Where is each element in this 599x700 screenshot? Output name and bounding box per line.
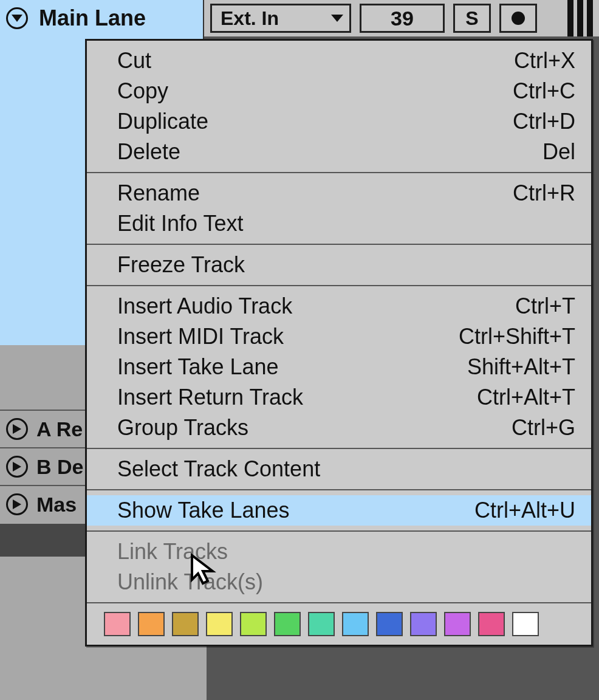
menu-item-cut[interactable]: CutCtrl+X <box>87 46 591 76</box>
menu-item-label: Edit Info Text <box>117 211 243 236</box>
menu-group: Show Take LanesCtrl+Alt+U <box>87 490 591 530</box>
menu-group: Select Track Content <box>87 449 591 489</box>
menu-item-edit-info-text[interactable]: Edit Info Text <box>87 208 591 239</box>
track-number-box[interactable]: 39 <box>360 4 445 33</box>
menu-item-insert-midi-track[interactable]: Insert MIDI TrackCtrl+Shift+T <box>87 321 591 352</box>
menu-item-select-track-content[interactable]: Select Track Content <box>87 454 591 484</box>
menu-item-freeze-track[interactable]: Freeze Track <box>87 250 591 280</box>
menu-item-label: Freeze Track <box>117 252 245 278</box>
menu-group: Freeze Track <box>87 245 591 285</box>
menu-item-shortcut: Ctrl+R <box>513 180 575 206</box>
menu-item-group-tracks[interactable]: Group TracksCtrl+G <box>87 413 591 443</box>
arm-record-button[interactable] <box>499 4 537 33</box>
menu-item-show-take-lanes[interactable]: Show Take LanesCtrl+Alt+U <box>87 495 591 526</box>
menu-item-shortcut: Ctrl+Alt+T <box>477 385 575 410</box>
menu-item-copy[interactable]: CopyCtrl+C <box>87 76 591 106</box>
input-source-value: Ext. In <box>221 7 279 30</box>
menu-item-shortcut: Ctrl+X <box>514 48 575 74</box>
color-swatch[interactable] <box>478 612 505 636</box>
color-swatch[interactable] <box>444 612 471 636</box>
track-number-value: 39 <box>391 7 414 30</box>
menu-item-insert-return-track[interactable]: Insert Return TrackCtrl+Alt+T <box>87 382 591 413</box>
master-track-label: Mas <box>36 493 77 516</box>
dropdown-triangle-icon <box>331 15 343 22</box>
color-swatch[interactable] <box>512 612 539 636</box>
input-source-dropdown[interactable]: Ext. In <box>210 4 351 33</box>
menu-item-rename[interactable]: RenameCtrl+R <box>87 178 591 208</box>
color-picker-row <box>87 603 591 645</box>
menu-item-label: Show Take Lanes <box>117 498 290 523</box>
menu-item-label: Copy <box>117 78 168 104</box>
menu-item-label: Rename <box>117 180 200 206</box>
record-icon <box>510 10 526 26</box>
color-swatch[interactable] <box>104 612 131 636</box>
track-io-controls: Ext. In 39 S <box>204 0 599 36</box>
menu-item-label: Unlink Track(s) <box>117 569 263 595</box>
svg-marker-0 <box>12 15 22 22</box>
menu-item-label: Insert Return Track <box>117 385 303 410</box>
menu-item-unlink-track-s-: Unlink Track(s) <box>87 567 591 597</box>
track-fold-button[interactable] <box>6 7 28 29</box>
play-circle-icon <box>6 456 28 478</box>
solo-button[interactable]: S <box>453 4 491 33</box>
menu-item-label: Link Tracks <box>117 539 228 564</box>
menu-item-shortcut: Shift+Alt+T <box>467 354 575 380</box>
menu-group: CutCtrl+XCopyCtrl+CDuplicateCtrl+DDelete… <box>87 41 591 172</box>
return-track-label: A Re <box>36 417 83 441</box>
play-circle-icon <box>6 418 28 440</box>
track-header-row: Main Lane Ext. In 39 S <box>0 0 599 36</box>
menu-item-label: Delete <box>117 139 180 165</box>
menu-group: RenameCtrl+REdit Info Text <box>87 173 591 244</box>
color-swatch[interactable] <box>172 612 199 636</box>
menu-item-shortcut: Del <box>543 139 575 165</box>
svg-point-2 <box>512 12 525 25</box>
solo-label: S <box>465 7 478 30</box>
menu-item-shortcut: Ctrl+Shift+T <box>459 324 575 349</box>
menu-item-label: Duplicate <box>117 109 208 134</box>
menu-group: Insert Audio TrackCtrl+TInsert MIDI Trac… <box>87 286 591 448</box>
color-swatch[interactable] <box>240 612 267 636</box>
play-circle-icon <box>6 493 28 515</box>
meter-bars <box>567 0 593 36</box>
menu-item-label: Insert MIDI Track <box>117 324 284 349</box>
color-swatch[interactable] <box>308 612 335 636</box>
color-swatch[interactable] <box>274 612 301 636</box>
menu-item-shortcut: Ctrl+D <box>513 109 575 134</box>
menu-item-label: Cut <box>117 48 151 74</box>
menu-item-shortcut: Ctrl+G <box>512 415 575 441</box>
menu-item-label: Insert Take Lane <box>117 354 279 380</box>
svg-marker-4 <box>13 462 21 472</box>
menu-item-shortcut: Ctrl+C <box>513 78 575 104</box>
menu-item-delete[interactable]: DeleteDel <box>87 137 591 167</box>
chevron-down-icon <box>12 15 22 22</box>
track-title-cell[interactable]: Main Lane <box>0 0 204 36</box>
svg-marker-3 <box>13 424 21 434</box>
track-context-menu: CutCtrl+XCopyCtrl+CDuplicateCtrl+DDelete… <box>85 39 593 647</box>
svg-marker-1 <box>331 15 343 22</box>
color-swatch[interactable] <box>342 612 369 636</box>
color-swatch[interactable] <box>138 612 165 636</box>
color-swatch[interactable] <box>410 612 437 636</box>
color-swatch[interactable] <box>206 612 233 636</box>
menu-item-link-tracks: Link Tracks <box>87 537 591 567</box>
menu-item-shortcut: Ctrl+Alt+U <box>474 498 575 523</box>
menu-item-insert-take-lane[interactable]: Insert Take LaneShift+Alt+T <box>87 352 591 382</box>
svg-marker-5 <box>13 499 21 509</box>
menu-item-shortcut: Ctrl+T <box>515 293 575 319</box>
menu-item-label: Group Tracks <box>117 415 248 441</box>
menu-item-label: Select Track Content <box>117 456 320 482</box>
menu-item-label: Insert Audio Track <box>117 293 292 319</box>
return-track-label: B De <box>36 455 83 479</box>
menu-item-insert-audio-track[interactable]: Insert Audio TrackCtrl+T <box>87 291 591 321</box>
menu-group: Link TracksUnlink Track(s) <box>87 532 591 602</box>
color-swatch[interactable] <box>376 612 403 636</box>
menu-item-duplicate[interactable]: DuplicateCtrl+D <box>87 106 591 137</box>
track-title: Main Lane <box>39 5 146 31</box>
